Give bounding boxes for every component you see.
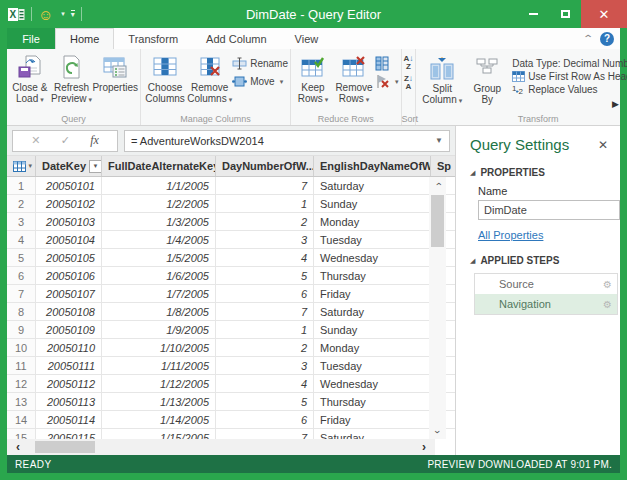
cell-daynum[interactable]: 3 [216, 231, 314, 248]
remove-errors-button[interactable]: ▾ [375, 74, 399, 89]
vertical-scrollbar-thumb[interactable] [431, 195, 444, 247]
scroll-left-icon[interactable]: ‹ [7, 440, 29, 454]
cell-fulldate[interactable]: 1/15/2005 [102, 429, 216, 439]
cell-dayname[interactable]: Sunday [314, 321, 431, 338]
cell-datekey[interactable]: 20050113 [36, 393, 102, 410]
tab-transform[interactable]: Transform [114, 28, 192, 49]
ribbon-overflow-arrow[interactable]: ▶ [612, 99, 619, 109]
formula-dropdown-caret[interactable]: ▼ [435, 136, 449, 145]
cell-fulldate[interactable]: 1/1/2005 [102, 177, 216, 194]
help-icon[interactable]: ? [600, 32, 614, 46]
cell-dayname[interactable]: Friday [314, 285, 431, 302]
feedback-smiley-icon[interactable]: ☺ [38, 7, 53, 22]
keep-rows-button[interactable]: KeepRows▾ [293, 52, 333, 105]
scroll-right-icon[interactable]: › [413, 440, 435, 454]
cell-daynum[interactable]: 1 [216, 195, 314, 212]
properties-button[interactable]: Properties [92, 52, 138, 93]
cell-fulldate[interactable]: 1/10/2005 [102, 339, 216, 356]
row-number[interactable]: 12 [7, 375, 36, 392]
filter-icon[interactable]: ▼ [89, 160, 102, 173]
cell-datekey[interactable]: 20050103 [36, 213, 102, 230]
choose-columns-button[interactable]: ChooseColumns [143, 52, 187, 104]
formula-input[interactable] [125, 135, 435, 147]
column-header-fulldatealternatekey[interactable]: FullDateAlternateKey ▼ [102, 156, 216, 176]
cell-daynum[interactable]: 1 [216, 321, 314, 338]
cell-daynum[interactable]: 3 [216, 357, 314, 374]
cell-fulldate[interactable]: 1/13/2005 [102, 393, 216, 410]
row-number[interactable]: 1 [7, 177, 36, 194]
cell-fulldate[interactable]: 1/9/2005 [102, 321, 216, 338]
tab-home[interactable]: Home [55, 28, 114, 49]
cell-datekey[interactable]: 20050108 [36, 303, 102, 320]
cell-datekey[interactable]: 20050102 [36, 195, 102, 212]
cell-fulldate[interactable]: 1/2/2005 [102, 195, 216, 212]
commit-formula-icon[interactable]: ✓ [61, 134, 70, 147]
smiley-dropdown-caret[interactable]: ▾ [61, 10, 65, 18]
minimize-button[interactable] [517, 0, 549, 28]
cell-dayname[interactable]: Monday [314, 213, 431, 230]
remove-columns-button[interactable]: RemoveColumns▾ [187, 52, 232, 105]
cell-daynum[interactable]: 7 [216, 429, 314, 439]
refresh-preview-button[interactable]: RefreshPreview▾ [51, 52, 93, 105]
cell-dayname[interactable]: Saturday [314, 303, 431, 320]
replace-values-button[interactable]: 12 Replace Values [512, 84, 627, 95]
cell-dayname[interactable]: Wednesday [314, 249, 431, 266]
cell-datekey[interactable]: 20050112 [36, 375, 102, 392]
properties-section-header[interactable]: ◢ PROPERTIES [470, 167, 608, 178]
cell-fulldate[interactable]: 1/12/2005 [102, 375, 216, 392]
cell-dayname[interactable]: Sunday [314, 195, 431, 212]
cell-datekey[interactable]: 20050107 [36, 285, 102, 302]
cell-daynum[interactable]: 4 [216, 375, 314, 392]
group-by-button[interactable]: GroupBy [466, 52, 508, 105]
cell-datekey[interactable]: 20050109 [36, 321, 102, 338]
step-navigation[interactable]: Navigation ⚙ [475, 294, 617, 314]
cell-fulldate[interactable]: 1/4/2005 [102, 231, 216, 248]
close-panel-icon[interactable]: ✕ [598, 138, 608, 152]
data-type-button[interactable]: Data Type: Decimal Number▾ [512, 58, 627, 69]
applied-steps-section-header[interactable]: ◢ APPLIED STEPS [470, 255, 608, 266]
split-column-button[interactable]: SplitColumn▾ [418, 52, 466, 106]
gear-icon[interactable]: ⚙ [603, 299, 612, 310]
sort-ascending-button[interactable]: A↓ Z [404, 55, 414, 71]
column-header-englishdaynameofweek[interactable]: EnglishDayNameOfW... ▼ [314, 156, 431, 176]
cell-dayname[interactable]: Saturday [314, 429, 431, 439]
row-number[interactable]: 13 [7, 393, 36, 410]
cell-datekey[interactable]: 20050106 [36, 267, 102, 284]
cell-datekey[interactable]: 20050115 [36, 429, 102, 439]
step-source[interactable]: Source ⚙ [475, 274, 617, 294]
row-number[interactable]: 4 [7, 231, 36, 248]
maximize-button[interactable] [549, 0, 581, 28]
cell-dayname[interactable]: Thursday [314, 393, 431, 410]
use-first-row-as-headers-button[interactable]: Use First Row As Headers▾ [512, 71, 627, 82]
query-name-input[interactable] [478, 200, 620, 220]
row-number[interactable]: 15 [7, 429, 36, 439]
horizontal-scrollbar[interactable]: ‹ › [7, 439, 435, 455]
cell-datekey[interactable]: 20050114 [36, 411, 102, 428]
cell-daynum[interactable]: 5 [216, 267, 314, 284]
cell-daynum[interactable]: 6 [216, 411, 314, 428]
cell-fulldate[interactable]: 1/8/2005 [102, 303, 216, 320]
cell-dayname[interactable]: Tuesday [314, 357, 431, 374]
collapse-ribbon-icon[interactable]: ⌃ [582, 33, 594, 44]
row-number[interactable]: 5 [7, 249, 36, 266]
cell-datekey[interactable]: 20050105 [36, 249, 102, 266]
move-button[interactable]: Move▾ [232, 74, 288, 89]
rename-button[interactable]: Rename [232, 56, 288, 71]
column-header-daynumberofweek[interactable]: DayNumberOfW... ▼ [216, 156, 314, 176]
cell-fulldate[interactable]: 1/3/2005 [102, 213, 216, 230]
row-number[interactable]: 3 [7, 213, 36, 230]
row-number[interactable]: 11 [7, 357, 36, 374]
column-header-datekey[interactable]: DateKey ▼ [36, 156, 102, 176]
all-properties-link[interactable]: All Properties [478, 229, 543, 241]
tab-add-column[interactable]: Add Column [192, 28, 281, 49]
cell-daynum[interactable]: 7 [216, 303, 314, 320]
cell-daynum[interactable]: 4 [216, 249, 314, 266]
quick-access-toolbar-caret[interactable]: ▾ [71, 10, 75, 18]
row-number[interactable]: 2 [7, 195, 36, 212]
row-number[interactable]: 14 [7, 411, 36, 428]
sort-descending-button[interactable]: Z↓ A [404, 75, 413, 91]
scroll-up-icon[interactable]: › [431, 176, 445, 193]
row-number[interactable]: 9 [7, 321, 36, 338]
scroll-down-icon[interactable]: › [431, 424, 445, 441]
column-header-spanish[interactable]: Sp [431, 156, 455, 176]
